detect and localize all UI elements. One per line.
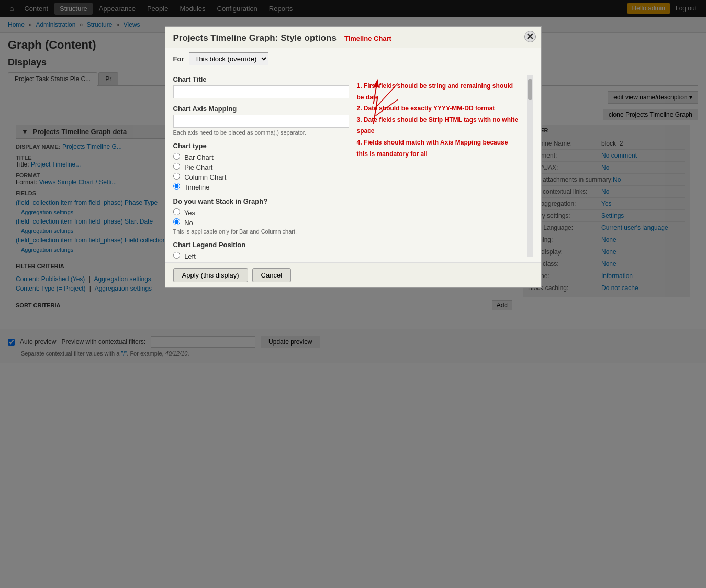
- chart-axis-group: Chart Axis Mapping PhaseType,StartDate,E…: [173, 105, 349, 136]
- chart-type-bar-radio[interactable]: [173, 153, 180, 160]
- chart-axis-label: Chart Axis Mapping: [173, 105, 349, 113]
- stack-yes-label: Yes: [184, 209, 195, 217]
- stack-no: No: [173, 218, 349, 227]
- chart-type-timeline-radio[interactable]: [173, 183, 180, 190]
- modal-scrollbar[interactable]: [527, 75, 533, 257]
- for-select[interactable]: This block (override) All displays: [189, 52, 268, 65]
- stack-no-radio[interactable]: [173, 218, 180, 225]
- chart-type-column: Column Chart: [173, 173, 349, 181]
- scrollbar-thumb: [528, 79, 532, 100]
- chart-type-column-label: Column Chart: [184, 173, 226, 181]
- modal-close-button[interactable]: ✕: [524, 31, 536, 42]
- chart-type-column-radio[interactable]: [173, 173, 180, 180]
- annotations-panel: 1. First fields should be string and rem…: [354, 75, 522, 257]
- annotation-0: 1. First fields should be string and rem…: [357, 81, 519, 103]
- annotation-3: 4. Fields should match with Axis Mapping…: [357, 137, 519, 160]
- annotation-1: 2. Date should be exactly YYYY-MM-DD for…: [357, 103, 519, 115]
- chart-title-group: Chart Title: [173, 75, 349, 98]
- chart-type-bar: Bar Chart: [173, 153, 349, 161]
- chart-type-bar-label: Bar Chart: [184, 153, 214, 161]
- chart-type-pie-label: Pie Chart: [184, 163, 212, 171]
- chart-title-input[interactable]: [173, 85, 349, 98]
- modal-header: Projects Timeline Graph: Style options T…: [165, 27, 541, 48]
- stack-hint: This is applicable only for Bar and Colu…: [173, 228, 349, 235]
- chart-type-group: Chart type Bar Chart Pie Chart Column Ch…: [173, 142, 349, 191]
- modal-overlay: Projects Timeline Graph: Style options T…: [0, 0, 706, 588]
- for-label: For: [173, 55, 184, 63]
- modal-for-row: For This block (override) All displays: [165, 48, 541, 70]
- modal-subtitle: Timeline Chart: [344, 35, 391, 42]
- chart-axis-hint: Each axis need to be placed as comma(,) …: [173, 129, 349, 136]
- annotation-2: 3. Date fields should be Strip HTML tags…: [357, 115, 519, 137]
- legend-title: Chart Legend Position: [173, 241, 349, 249]
- stack-no-label: No: [184, 219, 193, 227]
- legend-left: Left: [173, 252, 349, 260]
- chart-type-timeline-label: Timeline: [184, 183, 210, 191]
- chart-axis-input[interactable]: PhaseType,StartDate,EndDate: [173, 115, 349, 128]
- modal-form: Chart Title Chart Axis Mapping PhaseType…: [173, 75, 349, 257]
- cancel-button[interactable]: Cancel: [252, 268, 291, 282]
- legend-group: Chart Legend Position Left: [173, 241, 349, 260]
- chart-type-pie: Pie Chart: [173, 163, 349, 171]
- chart-title-label: Chart Title: [173, 75, 349, 83]
- chart-type-title: Chart type: [173, 142, 349, 150]
- modal-dialog: Projects Timeline Graph: Style options T…: [165, 26, 542, 288]
- stack-yes: Yes: [173, 208, 349, 217]
- chart-type-pie-radio[interactable]: [173, 163, 180, 170]
- chart-type-timeline: Timeline: [173, 183, 349, 191]
- modal-title: Projects Timeline Graph: Style options: [173, 33, 337, 43]
- stack-yes-radio[interactable]: [173, 208, 180, 215]
- stack-title: Do you want Stack in Graph?: [173, 197, 349, 205]
- legend-left-radio[interactable]: [173, 252, 180, 259]
- modal-body: Chart Title Chart Axis Mapping PhaseType…: [165, 70, 541, 262]
- annotation-list: 1. First fields should be string and rem…: [354, 75, 522, 165]
- apply-button[interactable]: Apply (this display): [173, 268, 248, 282]
- modal-footer: Apply (this display) Cancel: [165, 262, 541, 287]
- legend-left-label: Left: [184, 252, 196, 260]
- stack-group: Do you want Stack in Graph? Yes No This …: [173, 197, 349, 235]
